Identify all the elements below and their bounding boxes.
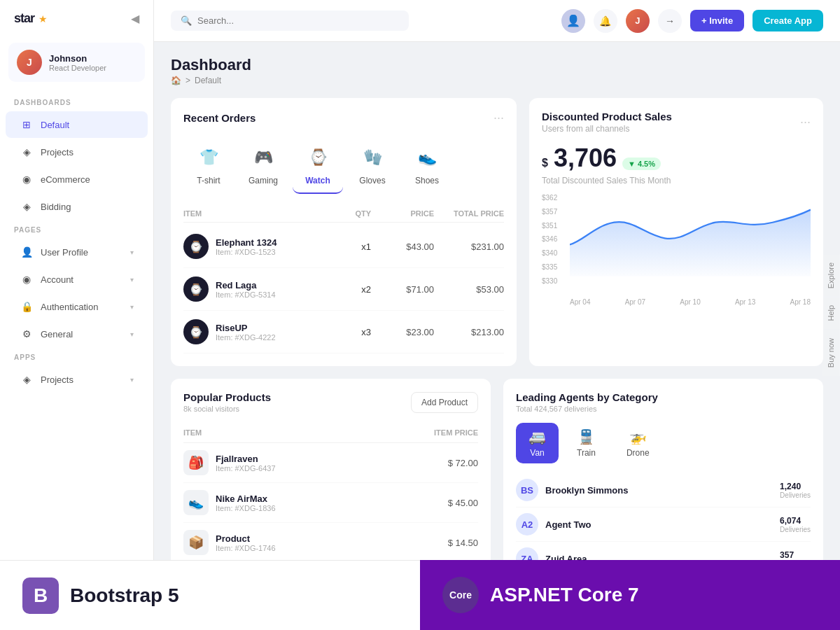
order-tab-tshirt[interactable]: 👕 T-shirt [183,135,234,194]
topbar-right: 👤 🔔 J → + Invite Create App [561,9,823,33]
sidebar-item-user-profile[interactable]: 👤 User Profile ▾ [6,239,148,265]
popular-products-card: Popular Products 8k social visitors Add … [171,379,491,589]
sidebar-item-projects-app[interactable]: ◈ Projects ▾ [6,366,148,393]
agent-tab-icon-van: 🚐 [528,428,546,445]
side-tab-buy[interactable]: Buy now [822,330,840,376]
list-item: 🎒 Fjallraven Item: #XDG-6437 $ 72.00 [183,443,478,483]
sidebar-item-icon-default: ⊞ [20,118,34,132]
chevron-icon-authentication: ▾ [130,303,134,311]
sidebar-logo: star★ ◀ [0,0,153,37]
popular-title: Popular Products [183,391,271,403]
left-column: Recent Orders ··· 👕 T-shirt🎮 Gaming⌚ Wat… [171,98,517,366]
agent-tab-van[interactable]: 🚐 Van [516,423,559,463]
add-product-button[interactable]: Add Product [411,392,478,413]
chevron-icon-account: ▾ [130,276,134,284]
topbar-bell-icon[interactable]: 🔔 [594,9,617,33]
discount-header: Discounted Product Sales Users from all … [542,111,811,134]
order-item-id: Item: #XDG-5314 [216,290,276,299]
sidebar-item-account[interactable]: ◉ Account ▾ [6,266,148,293]
leading-agents-card: Leading Agents by Category Total 424,567… [503,379,823,589]
sidebar-item-bidding[interactable]: ◈ Bidding [6,193,148,220]
order-tab-gloves[interactable]: 🧤 Gloves [347,135,398,194]
search-box[interactable]: 🔍 [171,10,409,31]
sidebar-item-label-general: General [41,329,73,340]
order-item-id: Item: #XDG-1523 [216,248,276,256]
aspnet-title: ASP.NET Core 7 [490,584,639,606]
chart-y-label: $351 [542,222,557,230]
agent-name: Agent Two [545,519,773,530]
agent-tab-drone[interactable]: 🚁 Drone [614,423,662,463]
order-item-name: Red Laga [216,280,276,290]
order-price: $23.00 [371,327,434,337]
sidebar-toggle-icon[interactable]: ◀ [131,12,139,25]
sidebar-item-icon-ecommerce: ◉ [20,172,34,186]
sidebar-section-pages: PAGES [0,220,153,238]
create-app-button[interactable]: Create App [752,10,823,31]
popular-item-name: Nike AirMax [216,493,276,504]
agents-tabs: 🚐 Van🚆 Train🚁 Drone [516,423,811,463]
bottom-grid: Popular Products 8k social visitors Add … [171,379,823,589]
sidebar-item-default[interactable]: ⊞ Default [6,111,148,138]
chart-y-label: $335 [542,263,557,271]
side-tabs: Explore Help Buy now [822,254,840,376]
popular-item-info: 📦 Product Item: #XDG-1746 [183,530,408,555]
popular-col-header: ITEM ITEM PRICE [183,423,478,443]
popular-item-icon: 🎒 [183,450,209,475]
popular-col-item: ITEM [183,428,408,437]
order-item-icon: ⌚ [183,319,209,344]
topbar-arrow-icon[interactable]: → [658,9,682,33]
sidebar-item-ecommerce[interactable]: ◉ eCommerce [6,166,148,192]
chart-y-label: $330 [542,277,557,285]
popular-rows: 🎒 Fjallraven Item: #XDG-6437 $ 72.00 👟 N… [183,443,478,563]
main-content: Dashboard 🏠 > Default Recent Orders ··· … [154,42,840,630]
popular-item-details: Product Item: #XDG-1746 [216,533,276,552]
topbar-avatar-1: 👤 [561,9,585,33]
bootstrap-icon: B [22,578,59,614]
page-title-area: Dashboard 🏠 > Default [171,56,251,85]
popular-item-icon: 👟 [183,490,209,515]
topbar: 🔍 👤 🔔 J → + Invite Create App [154,0,840,42]
breadcrumb-home: 🏠 [171,76,181,85]
chart-x-labels: Apr 04Apr 07Apr 10Apr 13Apr 18 [570,298,811,306]
order-item-details: RiseUP Item: #XDG-4222 [216,323,276,342]
sidebar-item-label-default: Default [41,120,69,130]
popular-item-price: $ 14.50 [408,538,478,548]
order-item-name: RiseUP [216,323,276,333]
sidebar-item-authentication[interactable]: 🔒 Authentication ▾ [6,293,148,320]
popular-header: Popular Products 8k social visitors Add … [183,391,478,413]
popular-item-id: Item: #XDG-1836 [216,504,276,512]
agents-title-area: Leading Agents by Category Total 424,567… [516,391,658,413]
order-tab-watch[interactable]: ⌚ Watch [293,135,343,194]
sidebar-item-icon-projects-app: ◈ [20,372,34,386]
order-tab-gaming[interactable]: 🎮 Gaming [238,135,288,194]
sidebar-nav: DASHBOARDS⊞ Default ◈ Projects ◉ eCommer… [0,93,153,393]
breadcrumb-sep: > [186,76,190,85]
side-tab-explore[interactable]: Explore [822,254,840,297]
order-price: $43.00 [371,241,434,252]
bootstrap-title: Bootstrap 5 [70,584,179,607]
order-item-info: ⌚ Red Laga Item: #XDG-5314 [183,276,315,302]
order-item-icon: ⌚ [183,276,209,302]
discount-menu[interactable]: ··· [800,115,811,130]
side-tab-help[interactable]: Help [822,297,840,330]
invite-button[interactable]: + Invite [690,10,744,31]
order-total: $213.00 [434,327,504,337]
popular-col-price: ITEM PRICE [408,428,478,437]
agent-deliveries: 1,240 Deliveries [780,482,811,499]
sidebar-item-label-bidding: Bidding [41,202,71,212]
sidebar-item-general[interactable]: ⚙ General ▾ [6,321,148,347]
recent-orders-header: Recent Orders ··· [183,111,504,125]
order-tab-icon-gaming: 🎮 [248,142,279,173]
search-input[interactable] [197,15,399,26]
orders-table: ITEM QTY PRICE TOTAL PRICE ⌚ Elephant 13… [183,205,504,354]
list-item: A2 Agent Two 6,074 Deliveries [516,507,811,542]
search-icon: 🔍 [181,15,192,26]
sidebar-item-projects[interactable]: ◈ Projects [6,139,148,165]
sidebar-item-label-projects: Projects [41,147,74,158]
agent-tab-train[interactable]: 🚆 Train [564,423,608,463]
order-tab-shoes[interactable]: 👟 Shoes [402,135,452,194]
recent-orders-menu[interactable]: ··· [493,111,504,125]
chart-area: $362$357$351$346$340$335$330 Apr 04Apr 0… [542,194,811,306]
order-tab-label-watch: Watch [305,176,330,186]
sidebar-item-icon-bidding: ◈ [20,200,34,214]
